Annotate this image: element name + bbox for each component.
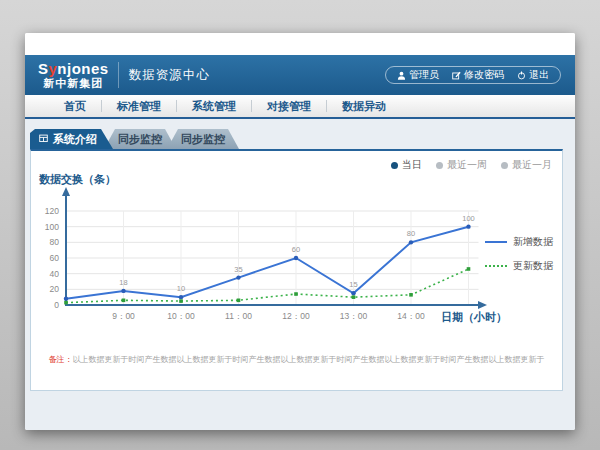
edit-icon — [452, 71, 461, 80]
x-tick-label: 14：00 — [397, 311, 425, 321]
data-point — [294, 256, 298, 260]
logout-button[interactable]: 退出 — [517, 68, 549, 82]
data-point — [179, 295, 183, 299]
x-tick-label: 12：00 — [282, 311, 310, 321]
x-tick-label: 13：00 — [340, 311, 368, 321]
tab-sync-monitor-2[interactable]: 同步监控 — [167, 129, 239, 149]
time-filter-group: 当日 最近一周 最近一月 — [391, 158, 552, 172]
y-tick-label: 60 — [50, 253, 60, 263]
power-icon — [517, 71, 526, 80]
radio-icon — [501, 162, 508, 169]
x-tick-label: 10：00 — [167, 311, 195, 321]
footer-note-text: 以上数据更新于时间产生数据以上数据更新于时间产生数据以上数据更新于时间产生数据以… — [73, 355, 545, 364]
data-point — [122, 299, 126, 303]
logout-label: 退出 — [529, 68, 549, 82]
footer-note-prefix: 备注： — [49, 355, 73, 364]
point-label: 100 — [462, 214, 475, 223]
x-axis-title: 日期（小时） — [441, 310, 507, 325]
data-point — [236, 275, 240, 279]
x-tick-label: 11：00 — [225, 311, 252, 321]
data-point — [64, 301, 68, 305]
legend-line-dotted — [485, 265, 507, 267]
y-tick-label: 20 — [50, 284, 60, 294]
current-user-button[interactable]: 管理员 — [397, 68, 439, 82]
brand-name: Synjones — [38, 61, 109, 78]
y-axis-arrow — [62, 187, 70, 196]
x-axis-arrow — [478, 301, 487, 309]
legend-label: 更新数据 — [513, 259, 553, 273]
brand-logo[interactable]: Synjones 新中新集团 — [38, 61, 109, 90]
nav-item-system-mgmt[interactable]: 系统管理 — [177, 99, 251, 114]
tab-label: 同步监控 — [118, 132, 162, 147]
data-point — [64, 297, 68, 301]
app-header: Synjones 新中新集团 数据资源中心 管理员 修改密码 退出 — [25, 55, 575, 95]
tab-sync-monitor-1[interactable]: 同步监控 — [104, 129, 176, 149]
nav-item-data-change[interactable]: 数据异动 — [327, 99, 401, 114]
point-label: 15 — [349, 280, 357, 289]
current-user-label: 管理员 — [409, 68, 439, 82]
tab-bar: 系统介绍 同步监控 同步监控 — [30, 129, 575, 149]
y-tick-label: 80 — [50, 237, 60, 247]
document-icon — [39, 133, 48, 145]
y-tick-label: 120 — [45, 206, 59, 216]
chart-legend: 新增数据 更新数据 — [485, 235, 553, 273]
footer-note: 备注：以上数据更新于时间产生数据以上数据更新于时间产生数据以上数据更新于时间产生… — [39, 354, 554, 365]
data-point — [351, 291, 355, 295]
filter-label: 最近一周 — [447, 158, 487, 172]
nav-item-standard-mgmt[interactable]: 标准管理 — [102, 99, 176, 114]
legend-item-updated-data: 更新数据 — [485, 259, 553, 273]
data-point — [294, 292, 298, 296]
filter-last-week[interactable]: 最近一周 — [436, 158, 487, 172]
point-label: 35 — [234, 265, 242, 274]
user-icon — [397, 71, 406, 80]
data-point — [409, 240, 413, 244]
user-toolbar: 管理员 修改密码 退出 — [385, 66, 561, 84]
legend-label: 新增数据 — [513, 235, 553, 249]
x-tick-label: 9：00 — [112, 311, 135, 321]
header-divider — [118, 62, 119, 88]
nav-item-interface-mgmt[interactable]: 对接管理 — [252, 99, 326, 114]
tab-label: 系统介绍 — [53, 132, 97, 147]
y-tick-label: 0 — [54, 300, 59, 310]
change-password-label: 修改密码 — [464, 68, 504, 82]
point-label: 18 — [119, 278, 127, 287]
main-nav: 首页 标准管理 系统管理 对接管理 数据异动 — [25, 95, 575, 119]
window-top-strip — [25, 33, 575, 55]
y-tick-label: 100 — [45, 222, 59, 232]
legend-line-solid — [485, 241, 507, 243]
point-label: 60 — [292, 245, 300, 254]
y-axis-title: 数据交换（条） — [39, 172, 116, 187]
legend-item-new-data: 新增数据 — [485, 235, 553, 249]
data-point — [179, 299, 183, 303]
y-tick-label: 40 — [50, 269, 60, 279]
filter-label: 当日 — [402, 158, 422, 172]
point-label: 80 — [407, 229, 415, 238]
filter-label: 最近一月 — [512, 158, 552, 172]
data-point — [409, 293, 413, 297]
app-window: Synjones 新中新集团 数据资源中心 管理员 修改密码 退出 首页 标准管… — [25, 33, 575, 430]
point-label: 10 — [177, 284, 185, 293]
data-point — [237, 299, 241, 303]
data-point — [466, 224, 470, 228]
data-point — [121, 289, 125, 293]
brand-subtitle: 新中新集团 — [38, 77, 109, 89]
tab-label: 同步监控 — [181, 132, 225, 147]
nav-item-home[interactable]: 首页 — [49, 99, 101, 114]
tab-system-intro[interactable]: 系统介绍 — [30, 129, 113, 149]
data-point — [352, 295, 356, 299]
filter-last-month[interactable]: 最近一月 — [501, 158, 552, 172]
radio-icon — [436, 162, 443, 169]
data-point — [467, 267, 471, 271]
filter-today[interactable]: 当日 — [391, 158, 422, 172]
chart-panel: 当日 最近一周 最近一月 数据交换（条） 0204060801001209：00… — [30, 149, 563, 391]
radio-icon — [391, 162, 398, 169]
app-title: 数据资源中心 — [129, 67, 210, 84]
change-password-button[interactable]: 修改密码 — [452, 68, 504, 82]
content-area: 系统介绍 同步监控 同步监控 当日 最近一周 — [25, 119, 575, 430]
